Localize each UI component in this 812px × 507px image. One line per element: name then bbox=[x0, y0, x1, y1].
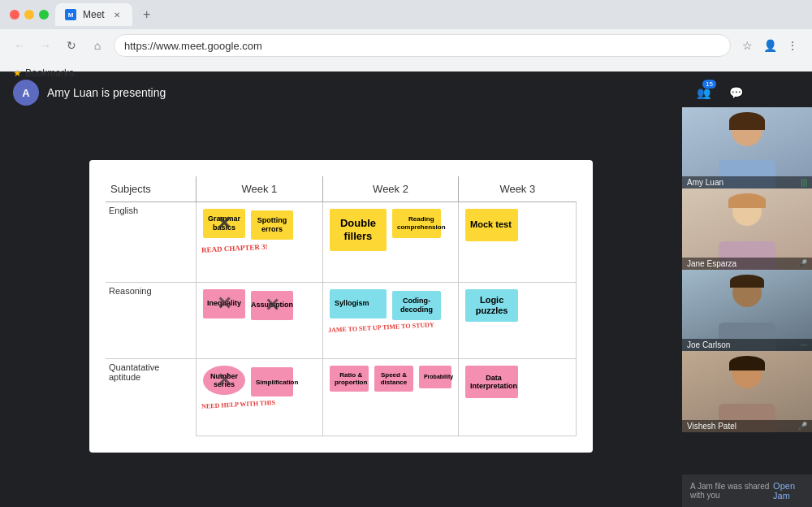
row-english-week1: Grammar basics ✕ Spotting errors READ CH… bbox=[196, 202, 322, 283]
note-reading-comprehension: Reading comprehension bbox=[392, 209, 441, 238]
main-content: A Amy Luan is presenting Subjects Week 1… bbox=[0, 72, 812, 507]
nav-bar: ← → ↻ ⌂ https://www.meet.google.com ☆ 👤 … bbox=[0, 29, 812, 62]
col-header-subjects: Subjects bbox=[106, 176, 196, 202]
row-quant-week2: Ratio & proportion Speed & distance Prob… bbox=[322, 359, 458, 436]
note-speed-distance: Speed & distance bbox=[374, 366, 413, 392]
jane-mic-icon: 🎤 bbox=[797, 259, 807, 268]
row-english-week2: Double fillers Reading comprehension bbox=[322, 202, 458, 283]
note-syllogism: Syllogism bbox=[330, 289, 387, 318]
extensions-icon[interactable]: ⋮ bbox=[783, 36, 802, 55]
bookmark-star-icon[interactable]: ☆ bbox=[737, 36, 757, 55]
chat-tab[interactable]: 💬 bbox=[721, 78, 750, 107]
note-probability: Probability bbox=[419, 366, 451, 388]
tab-label: Meet bbox=[83, 9, 105, 20]
note-spotting-errors: Spotting errors bbox=[251, 210, 293, 240]
participant-name-joe: Joe Carlson ··· bbox=[682, 339, 812, 351]
note-data-interpretation: Data Interpretation bbox=[465, 366, 518, 398]
minimize-window-button[interactable] bbox=[24, 10, 34, 20]
handwritten-note-quant: NEED HELP WITH THIS bbox=[201, 397, 317, 410]
browser-tab[interactable]: M Meet ✕ bbox=[55, 3, 132, 26]
presentation-area: A Amy Luan is presenting Subjects Week 1… bbox=[0, 72, 682, 507]
participant-tile-amy: Amy Luan ||| bbox=[682, 107, 812, 188]
profile-icon[interactable]: 👤 bbox=[760, 36, 780, 55]
col-header-week3: Week 3 bbox=[459, 176, 577, 202]
whiteboard-table: Subjects Week 1 Week 2 Week 3 English bbox=[106, 176, 577, 436]
col-header-week2: Week 2 bbox=[322, 176, 458, 202]
title-bar: M Meet ✕ + bbox=[0, 0, 812, 29]
note-assumption: Assumption ✕ bbox=[251, 291, 293, 320]
back-button[interactable]: ← bbox=[10, 36, 29, 55]
refresh-button[interactable]: ↻ bbox=[62, 36, 81, 55]
note-ratio-proportion: Ratio & proportion bbox=[330, 366, 369, 392]
participants-count-badge: 15 bbox=[702, 80, 716, 89]
note-number-series: Number series ✕ bbox=[203, 366, 245, 395]
note-simplification: Simplification bbox=[251, 367, 293, 396]
row-reasoning-week3: Logic puzzles bbox=[459, 282, 577, 359]
chat-icon: 💬 bbox=[729, 86, 743, 99]
participants-tab[interactable]: 👥 15 bbox=[689, 78, 718, 107]
whiteboard: Subjects Week 1 Week 2 Week 3 English bbox=[89, 160, 593, 453]
amy-mic-icon: ||| bbox=[801, 178, 807, 187]
forward-button[interactable]: → bbox=[36, 36, 55, 55]
note-coding-decoding: Coding-decoding bbox=[392, 291, 441, 320]
open-jam-button[interactable]: Open Jam bbox=[773, 481, 804, 500]
note-inequality: Inequality ✕ bbox=[203, 289, 245, 318]
note-mock-test: Mock test bbox=[465, 209, 518, 241]
address-bar[interactable]: https://www.meet.google.com bbox=[114, 34, 731, 57]
participant-tile-vishesh: Vishesh Patel 🎤 bbox=[682, 351, 812, 432]
handwritten-note-english: READ CHAPTER 3! bbox=[201, 240, 317, 254]
vishesh-name-label: Vishesh Patel bbox=[687, 422, 736, 431]
presenter-avatar: A bbox=[13, 80, 39, 106]
panel-tabs: 👥 15 💬 bbox=[682, 72, 812, 107]
jam-notification: A Jam file was shared with you Open Jam bbox=[682, 474, 812, 507]
handwritten-note-reasoning: JAME TO SET UP TIME TO STUDY bbox=[328, 320, 453, 334]
amy-name-label: Amy Luan bbox=[687, 178, 723, 187]
tab-close-button[interactable]: ✕ bbox=[111, 9, 123, 20]
maximize-window-button[interactable] bbox=[39, 10, 49, 20]
new-tab-button[interactable]: + bbox=[139, 6, 155, 23]
home-button[interactable]: ⌂ bbox=[88, 36, 107, 55]
participant-name-amy: Amy Luan ||| bbox=[682, 176, 812, 188]
note-logic-puzzles: Logic puzzles bbox=[465, 289, 518, 322]
note-double-fillers: Double fillers bbox=[330, 209, 387, 251]
vishesh-mic-icon: 🎤 bbox=[797, 422, 807, 431]
jane-name-label: Jane Esparza bbox=[687, 259, 736, 268]
row-quant-label: Quantatative aptitude bbox=[106, 359, 196, 436]
participant-tile-jane: Jane Esparza 🎤 bbox=[682, 188, 812, 270]
nav-icons: ☆ 👤 ⋮ bbox=[737, 36, 802, 55]
tab-favicon: M bbox=[65, 9, 76, 20]
close-window-button[interactable] bbox=[10, 10, 19, 20]
presenter-bar: A Amy Luan is presenting bbox=[0, 72, 682, 114]
row-reasoning-week2: Syllogism Coding-decoding JAME TO SET UP… bbox=[322, 282, 458, 359]
presenting-text: Amy Luan is presenting bbox=[47, 86, 166, 99]
row-english-week3: Mock test bbox=[459, 202, 577, 283]
url-text: https://www.meet.google.com bbox=[124, 40, 262, 52]
note-grammar-basics: Grammar basics ✕ bbox=[203, 209, 245, 238]
traffic-lights bbox=[10, 10, 49, 20]
col-header-week1: Week 1 bbox=[196, 176, 322, 202]
jam-notification-text: A Jam file was shared with you bbox=[690, 482, 773, 500]
participants-list: Amy Luan ||| Jane Esparza 🎤 bbox=[682, 107, 812, 474]
right-panel: 👥 15 💬 Amy Luan ||| bbox=[682, 72, 812, 507]
row-reasoning-label: Reasoning bbox=[106, 282, 196, 359]
whiteboard-container: Subjects Week 1 Week 2 Week 3 English bbox=[0, 114, 682, 507]
participant-tile-joe: Joe Carlson ··· bbox=[682, 270, 812, 351]
joe-mic-icon: ··· bbox=[801, 340, 807, 349]
participant-name-jane: Jane Esparza 🎤 bbox=[682, 258, 812, 270]
joe-name-label: Joe Carlson bbox=[687, 340, 730, 349]
row-reasoning-week1: Inequality ✕ Assumption ✕ bbox=[196, 282, 322, 359]
row-english-label: English bbox=[106, 202, 196, 283]
participant-name-vishesh: Vishesh Patel 🎤 bbox=[682, 420, 812, 432]
presenter-initials: A bbox=[22, 87, 29, 99]
row-quant-week3: Data Interpretation bbox=[459, 359, 577, 436]
row-quant-week1: Number series ✕ Simplification NEED HELP… bbox=[196, 359, 322, 436]
